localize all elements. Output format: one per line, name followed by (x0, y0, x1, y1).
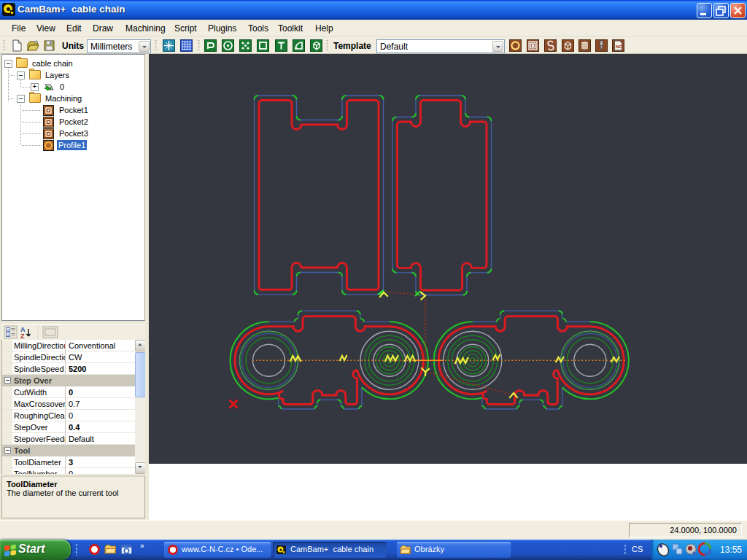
svg-text:Z: Z (20, 332, 25, 340)
svg-text:+: + (7, 327, 9, 332)
svg-text:NC: NC (616, 44, 622, 49)
svg-text:+: + (7, 332, 9, 337)
